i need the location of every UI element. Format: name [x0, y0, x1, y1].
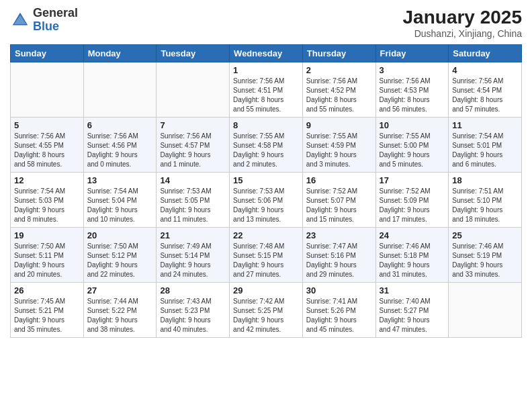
day-info: Sunrise: 7:56 AM Sunset: 4:53 PM Dayligh…: [380, 77, 445, 114]
calendar-cell-w4-d1: 19Sunrise: 7:50 AM Sunset: 5:11 PM Dayli…: [11, 228, 84, 283]
calendar-cell-w4-d7: 25Sunrise: 7:46 AM Sunset: 5:19 PM Dayli…: [449, 228, 522, 283]
calendar-cell-w3-d5: 16Sunrise: 7:52 AM Sunset: 5:07 PM Dayli…: [302, 173, 375, 228]
calendar-week-4: 19Sunrise: 7:50 AM Sunset: 5:11 PM Dayli…: [11, 228, 522, 283]
day-info: Sunrise: 7:52 AM Sunset: 5:07 PM Dayligh…: [306, 187, 372, 224]
day-number: 5: [14, 120, 80, 130]
calendar-cell-w5-d5: 30Sunrise: 7:41 AM Sunset: 5:26 PM Dayli…: [302, 283, 375, 338]
day-number: 1: [233, 65, 299, 75]
calendar-cell-w4-d2: 20Sunrise: 7:50 AM Sunset: 5:12 PM Dayli…: [83, 228, 157, 283]
day-info: Sunrise: 7:55 AM Sunset: 4:58 PM Dayligh…: [233, 132, 299, 169]
day-info: Sunrise: 7:46 AM Sunset: 5:19 PM Dayligh…: [452, 242, 518, 279]
day-number: 6: [87, 120, 153, 130]
calendar-week-3: 12Sunrise: 7:54 AM Sunset: 5:03 PM Dayli…: [11, 173, 522, 228]
day-info: Sunrise: 7:53 AM Sunset: 5:06 PM Dayligh…: [233, 187, 299, 224]
day-number: 18: [452, 175, 518, 185]
day-info: Sunrise: 7:55 AM Sunset: 4:59 PM Dayligh…: [306, 132, 372, 169]
day-info: Sunrise: 7:56 AM Sunset: 4:52 PM Dayligh…: [306, 77, 372, 114]
calendar-cell-w5-d6: 31Sunrise: 7:40 AM Sunset: 5:27 PM Dayli…: [375, 283, 449, 338]
title-block: January 2025 Dushanzi, Xinjiang, China: [403, 7, 522, 39]
day-number: 29: [233, 285, 299, 295]
day-info: Sunrise: 7:56 AM Sunset: 4:57 PM Dayligh…: [160, 132, 226, 169]
col-sunday: Sunday: [11, 45, 84, 62]
logo-text: General Blue: [33, 7, 78, 34]
day-info: Sunrise: 7:55 AM Sunset: 5:00 PM Dayligh…: [380, 132, 445, 169]
day-number: 31: [380, 285, 445, 295]
day-number: 3: [380, 65, 445, 75]
calendar-cell-w1-d2: [83, 62, 157, 118]
calendar-cell-w3-d7: 18Sunrise: 7:51 AM Sunset: 5:10 PM Dayli…: [449, 173, 522, 228]
day-info: Sunrise: 7:45 AM Sunset: 5:21 PM Dayligh…: [14, 297, 80, 334]
day-info: Sunrise: 7:47 AM Sunset: 5:16 PM Dayligh…: [306, 242, 372, 279]
day-number: 28: [160, 285, 226, 295]
day-info: Sunrise: 7:50 AM Sunset: 5:12 PM Dayligh…: [87, 242, 153, 279]
day-number: 24: [380, 230, 445, 240]
calendar-cell-w1-d6: 3Sunrise: 7:56 AM Sunset: 4:53 PM Daylig…: [375, 62, 449, 118]
day-info: Sunrise: 7:51 AM Sunset: 5:10 PM Dayligh…: [452, 187, 518, 224]
calendar-cell-w5-d1: 26Sunrise: 7:45 AM Sunset: 5:21 PM Dayli…: [11, 283, 84, 338]
day-info: Sunrise: 7:54 AM Sunset: 5:04 PM Dayligh…: [87, 187, 153, 224]
calendar-cell-w1-d7: 4Sunrise: 7:56 AM Sunset: 4:54 PM Daylig…: [449, 62, 522, 118]
calendar-cell-w2-d5: 9Sunrise: 7:55 AM Sunset: 4:59 PM Daylig…: [302, 118, 375, 173]
page-container: General Blue January 2025 Dushanzi, Xinj…: [0, 0, 532, 345]
calendar-week-5: 26Sunrise: 7:45 AM Sunset: 5:21 PM Dayli…: [11, 283, 522, 338]
day-info: Sunrise: 7:46 AM Sunset: 5:18 PM Dayligh…: [380, 242, 445, 279]
calendar-cell-w4-d5: 23Sunrise: 7:47 AM Sunset: 5:16 PM Dayli…: [302, 228, 375, 283]
day-number: 19: [14, 230, 80, 240]
calendar-cell-w3-d1: 12Sunrise: 7:54 AM Sunset: 5:03 PM Dayli…: [11, 173, 84, 228]
day-number: 8: [233, 120, 299, 130]
col-monday: Monday: [83, 45, 157, 62]
day-info: Sunrise: 7:52 AM Sunset: 5:09 PM Dayligh…: [380, 187, 445, 224]
calendar-week-2: 5Sunrise: 7:56 AM Sunset: 4:55 PM Daylig…: [11, 118, 522, 173]
day-number: 4: [452, 65, 518, 75]
calendar-location: Dushanzi, Xinjiang, China: [403, 28, 522, 39]
day-number: 21: [160, 230, 226, 240]
day-number: 27: [87, 285, 153, 295]
day-number: 22: [233, 230, 299, 240]
day-info: Sunrise: 7:49 AM Sunset: 5:14 PM Dayligh…: [160, 242, 226, 279]
calendar-cell-w4-d6: 24Sunrise: 7:46 AM Sunset: 5:18 PM Dayli…: [375, 228, 449, 283]
col-wednesday: Wednesday: [230, 45, 303, 62]
col-friday: Friday: [375, 45, 449, 62]
day-info: Sunrise: 7:44 AM Sunset: 5:22 PM Dayligh…: [87, 297, 153, 334]
day-info: Sunrise: 7:56 AM Sunset: 4:54 PM Dayligh…: [452, 77, 518, 114]
day-info: Sunrise: 7:53 AM Sunset: 5:05 PM Dayligh…: [160, 187, 226, 224]
calendar-week-1: 1Sunrise: 7:56 AM Sunset: 4:51 PM Daylig…: [11, 62, 522, 118]
calendar-cell-w2-d6: 10Sunrise: 7:55 AM Sunset: 5:00 PM Dayli…: [375, 118, 449, 173]
day-number: 13: [87, 175, 153, 185]
calendar-cell-w3-d6: 17Sunrise: 7:52 AM Sunset: 5:09 PM Dayli…: [375, 173, 449, 228]
day-number: 25: [452, 230, 518, 240]
day-info: Sunrise: 7:50 AM Sunset: 5:11 PM Dayligh…: [14, 242, 80, 279]
day-info: Sunrise: 7:41 AM Sunset: 5:26 PM Dayligh…: [306, 297, 372, 334]
day-number: 15: [233, 175, 299, 185]
calendar-cell-w5-d4: 29Sunrise: 7:42 AM Sunset: 5:25 PM Dayli…: [230, 283, 303, 338]
calendar-cell-w2-d4: 8Sunrise: 7:55 AM Sunset: 4:58 PM Daylig…: [230, 118, 303, 173]
day-info: Sunrise: 7:56 AM Sunset: 4:56 PM Dayligh…: [87, 132, 153, 169]
day-number: 7: [160, 120, 226, 130]
day-number: 26: [14, 285, 80, 295]
calendar-cell-w1-d4: 1Sunrise: 7:56 AM Sunset: 4:51 PM Daylig…: [230, 62, 303, 118]
calendar-cell-w4-d4: 22Sunrise: 7:48 AM Sunset: 5:15 PM Dayli…: [230, 228, 303, 283]
day-info: Sunrise: 7:48 AM Sunset: 5:15 PM Dayligh…: [233, 242, 299, 279]
calendar-cell-w1-d3: [157, 62, 230, 118]
logo-icon: [10, 10, 30, 30]
day-number: 11: [452, 120, 518, 130]
logo-general: General: [33, 6, 78, 19]
calendar-cell-w5-d2: 27Sunrise: 7:44 AM Sunset: 5:22 PM Dayli…: [83, 283, 157, 338]
day-number: 2: [306, 65, 372, 75]
calendar-cell-w3-d2: 13Sunrise: 7:54 AM Sunset: 5:04 PM Dayli…: [83, 173, 157, 228]
calendar-cell-w5-d7: [449, 283, 522, 338]
day-info: Sunrise: 7:54 AM Sunset: 5:03 PM Dayligh…: [14, 187, 80, 224]
day-number: 14: [160, 175, 226, 185]
calendar-cell-w2-d3: 7Sunrise: 7:56 AM Sunset: 4:57 PM Daylig…: [157, 118, 230, 173]
calendar-cell-w1-d1: [11, 62, 84, 118]
day-number: 9: [306, 120, 372, 130]
calendar-cell-w1-d5: 2Sunrise: 7:56 AM Sunset: 4:52 PM Daylig…: [302, 62, 375, 118]
col-tuesday: Tuesday: [157, 45, 230, 62]
calendar-title: January 2025: [403, 7, 522, 28]
calendar-cell-w5-d3: 28Sunrise: 7:43 AM Sunset: 5:23 PM Dayli…: [157, 283, 230, 338]
day-number: 17: [380, 175, 445, 185]
logo-blue: Blue: [33, 19, 59, 33]
day-number: 20: [87, 230, 153, 240]
day-info: Sunrise: 7:43 AM Sunset: 5:23 PM Dayligh…: [160, 297, 226, 334]
col-saturday: Saturday: [449, 45, 522, 62]
